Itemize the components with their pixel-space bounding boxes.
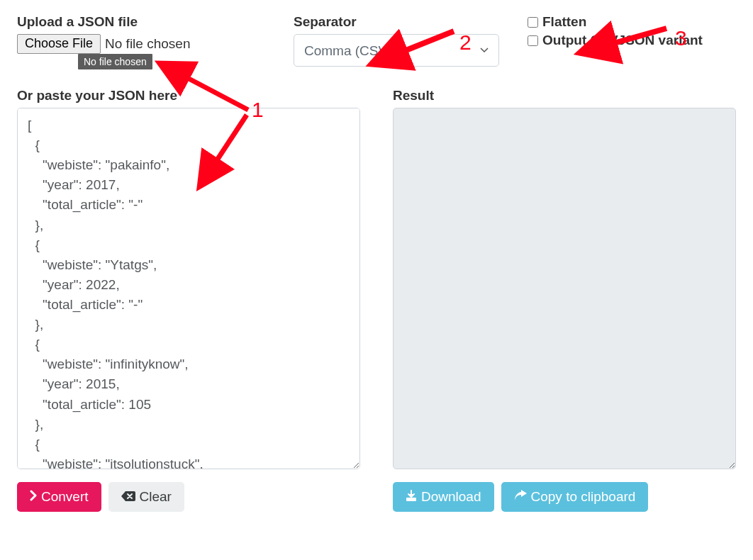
upload-label: Upload a JSON file — [17, 14, 265, 30]
json-input[interactable] — [17, 108, 360, 469]
backspace-icon — [121, 489, 135, 505]
clear-label: Clear — [140, 489, 172, 505]
download-icon — [406, 489, 417, 505]
share-icon — [514, 489, 527, 505]
paste-label: Or paste your JSON here — [17, 88, 360, 103]
convert-button[interactable]: Convert — [17, 482, 101, 512]
convert-label: Convert — [41, 489, 89, 505]
flatten-checkbox[interactable] — [528, 17, 538, 28]
copy-button[interactable]: Copy to clipboard — [501, 482, 649, 512]
download-button[interactable]: Download — [393, 482, 494, 512]
csvjson-label: Output CSVJSON variant — [542, 33, 703, 48]
csvjson-row[interactable]: Output CSVJSON variant — [528, 33, 736, 48]
download-label: Download — [421, 489, 481, 505]
chevron-right-icon — [30, 489, 37, 505]
choose-file-button[interactable]: Choose File — [17, 34, 101, 54]
file-tooltip: No file chosen — [78, 54, 152, 69]
result-label: Result — [393, 88, 736, 103]
flatten-row[interactable]: Flatten — [528, 14, 736, 30]
separator-select[interactable]: Comma (CSV) — [294, 34, 499, 67]
flatten-label: Flatten — [542, 14, 586, 30]
copy-label: Copy to clipboard — [531, 489, 636, 505]
result-output — [393, 108, 736, 469]
file-status-text: No file chosen — [105, 36, 190, 52]
separator-label: Separator — [294, 14, 499, 30]
csvjson-checkbox[interactable] — [528, 35, 538, 46]
clear-button[interactable]: Clear — [108, 482, 184, 512]
